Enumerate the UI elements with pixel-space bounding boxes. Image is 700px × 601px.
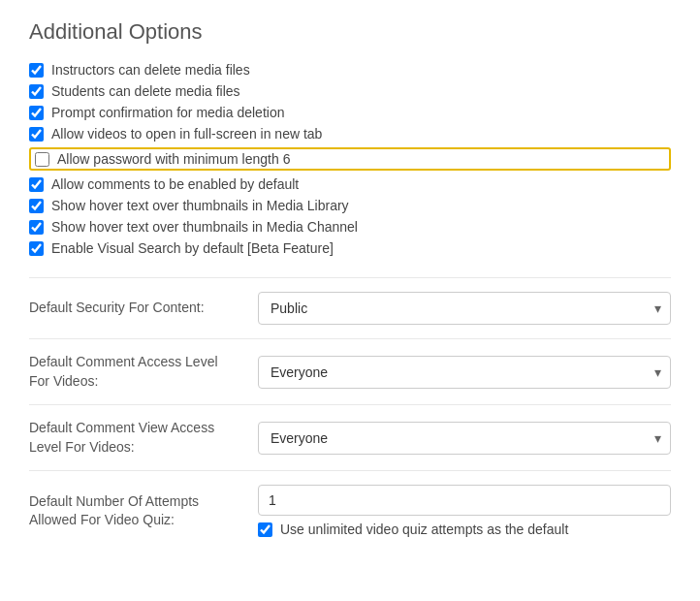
- security-select-wrapper: Public Private Unlisted: [258, 292, 671, 325]
- checkbox-cb9[interactable]: [29, 241, 44, 256]
- unlimited-row: Use unlimited video quiz attempts as the…: [258, 522, 671, 537]
- comment-access-control: Everyone Members None: [258, 356, 671, 389]
- checkbox-label-cb4[interactable]: Allow videos to open in full-screen in n…: [51, 126, 322, 142]
- checkbox-label-cb3[interactable]: Prompt confirmation for media deletion: [51, 105, 284, 120]
- comment-view-select-wrapper: Everyone Members None: [258, 422, 671, 455]
- page-title: Additional Options: [29, 19, 671, 45]
- checkbox-label-cb2[interactable]: Students can delete media files: [51, 83, 240, 99]
- checkbox-label-cb7[interactable]: Show hover text over thumbnails in Media…: [51, 198, 349, 213]
- unlimited-label[interactable]: Use unlimited video quiz attempts as the…: [280, 522, 568, 537]
- comment-view-control: Everyone Members None: [258, 422, 671, 455]
- checkbox-label-cb1[interactable]: Instructors can delete media files: [51, 62, 250, 78]
- comment-access-label: Default Comment Access Level For Videos:: [29, 353, 242, 391]
- attempts-input[interactable]: [258, 485, 671, 516]
- comment-access-select-wrapper: Everyone Members None: [258, 356, 671, 389]
- attempts-row: Default Number Of Attempts Allowed For V…: [29, 470, 671, 551]
- comment-access-row: Default Comment Access Level For Videos:…: [29, 338, 671, 404]
- checkbox-cb3[interactable]: [29, 106, 44, 120]
- comment-access-select[interactable]: Everyone Members None: [258, 356, 671, 389]
- attempts-control: Use unlimited video quiz attempts as the…: [258, 485, 671, 537]
- checkbox-label-cb6[interactable]: Allow comments to be enabled by default: [51, 176, 299, 192]
- checkbox-cb2[interactable]: [29, 84, 44, 99]
- checkbox-item: Show hover text over thumbnails in Media…: [29, 198, 671, 213]
- checkbox-cb1[interactable]: [29, 63, 44, 78]
- attempts-label: Default Number Of Attempts Allowed For V…: [29, 492, 242, 530]
- checkbox-cb6[interactable]: [29, 177, 44, 192]
- checkbox-cb7[interactable]: [29, 199, 44, 213]
- checkbox-item: Prompt confirmation for media deletion: [29, 105, 671, 120]
- security-select[interactable]: Public Private Unlisted: [258, 292, 671, 325]
- checkbox-item: Allow comments to be enabled by default: [29, 176, 671, 192]
- comment-view-label: Default Comment View Access Level For Vi…: [29, 419, 242, 457]
- checkbox-item: Show hover text over thumbnails in Media…: [29, 219, 671, 235]
- checkbox-cb4[interactable]: [29, 127, 44, 142]
- checkbox-item: Students can delete media files: [29, 83, 671, 99]
- security-label: Default Security For Content:: [29, 299, 242, 318]
- checkbox-label-cb8[interactable]: Show hover text over thumbnails in Media…: [51, 219, 358, 235]
- security-row: Default Security For Content: Public Pri…: [29, 277, 671, 338]
- checkbox-cb8[interactable]: [29, 220, 44, 235]
- checkbox-label-cb5[interactable]: Allow password with minimum length 6: [57, 151, 290, 167]
- checkbox-cb5[interactable]: [35, 152, 49, 167]
- highlighted-checkbox-item: Allow password with minimum length 6: [29, 147, 671, 171]
- checkbox-item: Instructors can delete media files: [29, 62, 671, 78]
- unlimited-checkbox[interactable]: [258, 522, 272, 537]
- checkbox-item: Enable Visual Search by default [Beta Fe…: [29, 240, 671, 256]
- comment-view-row: Default Comment View Access Level For Vi…: [29, 404, 671, 470]
- checkbox-label-cb9[interactable]: Enable Visual Search by default [Beta Fe…: [51, 240, 334, 256]
- security-control: Public Private Unlisted: [258, 292, 671, 325]
- checkbox-list: Instructors can delete media filesStuden…: [29, 62, 671, 256]
- checkbox-item: Allow videos to open in full-screen in n…: [29, 126, 671, 142]
- options-grid: Default Security For Content: Public Pri…: [29, 277, 671, 551]
- comment-view-select[interactable]: Everyone Members None: [258, 422, 671, 455]
